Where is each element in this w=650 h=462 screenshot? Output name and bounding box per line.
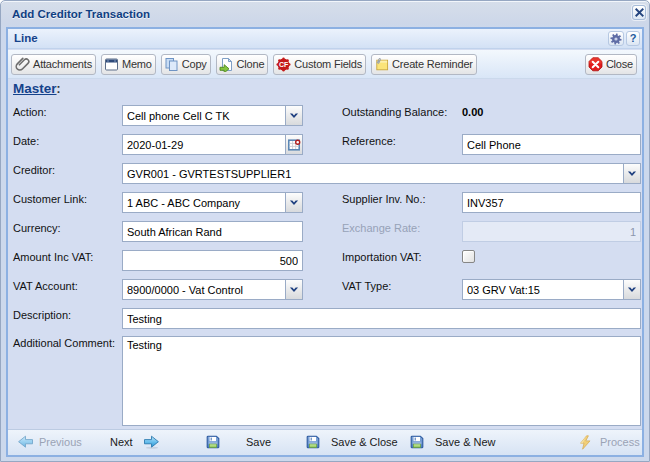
close-red-icon — [588, 57, 603, 72]
memo-button[interactable]: Memo — [101, 54, 156, 75]
customer-link-input[interactable] — [122, 192, 286, 213]
close-button[interactable]: Close — [585, 54, 637, 75]
vat-account-dropdown-trigger[interactable] — [286, 279, 303, 300]
save-disk-icon — [306, 435, 320, 449]
customer-link-dropdown-trigger[interactable] — [286, 192, 303, 213]
exchange-rate-input — [462, 221, 641, 242]
clone-button[interactable]: Clone — [216, 54, 269, 75]
customer-link-label: Customer Link: — [13, 193, 87, 205]
currency-label: Currency: — [13, 222, 61, 234]
action-label: Action: — [13, 106, 47, 118]
action-dropdown-trigger[interactable] — [286, 105, 303, 126]
bottom-toolbar: Previous Next Save Save & Close Save & N… — [8, 429, 642, 455]
creditor-dropdown-trigger[interactable] — [624, 163, 641, 184]
save-button[interactable]: Save — [206, 429, 271, 455]
description-input[interactable] — [122, 308, 641, 329]
description-field — [122, 308, 641, 329]
arrow-right-icon — [143, 435, 160, 449]
chevron-down-icon — [627, 170, 637, 178]
amount-inc-vat-field — [122, 250, 303, 271]
chevron-down-icon — [289, 286, 299, 294]
calendar-icon — [287, 138, 301, 152]
importation-vat-label: Importation VAT: — [342, 251, 422, 263]
copy-icon — [164, 57, 179, 72]
paperclip-icon — [14, 56, 30, 72]
date-label: Date: — [13, 135, 39, 147]
creditor-label: Creditor: — [13, 164, 55, 176]
window-close-button[interactable] — [632, 5, 646, 20]
custom-fields-button[interactable]: CF Custom Fields — [273, 54, 366, 75]
date-field — [122, 134, 303, 155]
help-button[interactable]: ? — [626, 31, 640, 46]
date-picker-trigger[interactable] — [286, 134, 303, 155]
action-combo — [122, 105, 303, 126]
process-button[interactable]: Process — [578, 429, 640, 455]
section-heading: Master: — [13, 81, 61, 96]
exchange-rate-label: Exchange Rate: — [342, 222, 420, 234]
window-title: Add Creditor Transaction — [12, 8, 150, 20]
line-panel: Line ? Attachments Memo Copy — [6, 27, 644, 457]
form-body: Master: Action: Outstanding Balance: 0.0… — [8, 80, 642, 428]
creditor-input[interactable] — [122, 163, 624, 184]
additional-comment-label: Additional Comment: — [13, 337, 115, 349]
vat-account-label: VAT Account: — [13, 280, 78, 292]
chevron-down-icon — [289, 112, 299, 120]
master-heading: Master — [13, 81, 57, 96]
save-close-button[interactable]: Save & Close — [306, 429, 398, 455]
vat-account-input[interactable] — [122, 279, 286, 300]
custom-fields-icon: CF — [276, 57, 291, 72]
importation-vat-checkbox[interactable] — [462, 250, 475, 263]
currency-input[interactable] — [122, 221, 303, 242]
top-toolbar: Attachments Memo Copy Clone CF Custom Fi… — [8, 50, 642, 79]
additional-comment-textarea[interactable]: Testing — [122, 336, 641, 426]
memo-icon — [104, 57, 119, 72]
vat-type-label: VAT Type: — [342, 280, 391, 292]
reference-input[interactable] — [462, 134, 641, 155]
lightning-icon — [578, 435, 592, 450]
supplier-inv-field — [462, 192, 641, 213]
copy-button[interactable]: Copy — [161, 54, 211, 75]
action-input[interactable] — [122, 105, 286, 126]
exchange-rate-field — [462, 221, 641, 242]
print-settings-button[interactable] — [608, 31, 624, 46]
save-disk-icon — [206, 435, 220, 449]
close-x-icon — [635, 8, 644, 17]
gear-icon — [610, 33, 622, 45]
create-reminder-button[interactable]: Create Reminder — [371, 54, 477, 75]
amount-inc-vat-label: Amount Inc VAT: — [13, 251, 93, 263]
reference-field — [462, 134, 641, 155]
customer-link-combo — [122, 192, 303, 213]
add-creditor-transaction-window: Add Creditor Transaction Line ? Attachme… — [0, 0, 650, 462]
chevron-down-icon — [627, 286, 637, 294]
save-disk-icon — [410, 435, 424, 449]
next-button[interactable]: Next — [110, 429, 160, 455]
amount-inc-vat-input[interactable] — [122, 250, 303, 271]
clone-icon — [219, 57, 234, 72]
supplier-inv-label: Supplier Inv. No.: — [342, 193, 426, 205]
chevron-down-icon — [289, 199, 299, 207]
outstanding-balance-label: Outstanding Balance: — [342, 106, 447, 118]
svg-text:CF: CF — [279, 61, 289, 68]
help-icon: ? — [630, 33, 637, 44]
line-panel-header: Line ? — [8, 29, 642, 49]
vat-type-combo — [462, 279, 641, 300]
reference-label: Reference: — [342, 135, 396, 147]
creditor-combo — [122, 163, 641, 184]
arrow-left-icon — [17, 435, 34, 449]
currency-field — [122, 221, 303, 242]
description-label: Description: — [13, 309, 71, 321]
supplier-inv-input[interactable] — [462, 192, 641, 213]
outstanding-balance-value: 0.00 — [462, 106, 483, 118]
date-input[interactable] — [122, 134, 286, 155]
vat-account-combo — [122, 279, 303, 300]
previous-button[interactable]: Previous — [17, 429, 82, 455]
attachments-button[interactable]: Attachments — [11, 54, 96, 75]
save-new-button[interactable]: Save & New — [410, 429, 496, 455]
reminder-note-icon — [374, 57, 389, 72]
window-titlebar: Add Creditor Transaction — [1, 1, 649, 28]
vat-type-input[interactable] — [462, 279, 624, 300]
vat-type-dropdown-trigger[interactable] — [624, 279, 641, 300]
line-panel-title: Line — [14, 32, 38, 44]
